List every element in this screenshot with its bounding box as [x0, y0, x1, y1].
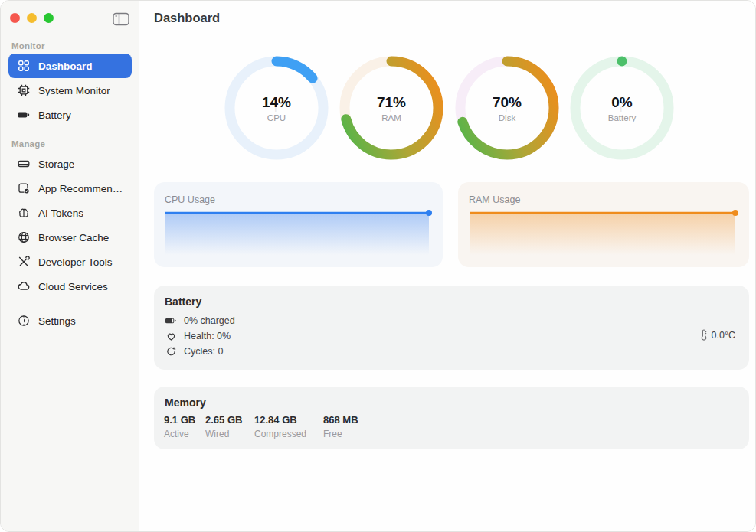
memory-card-title: Memory [165, 397, 206, 409]
traffic-lights [10, 13, 54, 23]
memory-stat-compressed: 12.84 GB Compressed [254, 414, 306, 439]
battery-ring-label: Battery [608, 113, 636, 122]
memory-active-label: Active [164, 429, 195, 439]
battery-temperature-text: 0.0°C [712, 330, 735, 341]
cpu-ring-label: CPU [267, 113, 286, 122]
battery-temperature: 0.0°C [700, 329, 735, 341]
heart-icon [165, 330, 177, 342]
zoom-button[interactable] [44, 13, 54, 23]
disk-percent: 70% [493, 94, 522, 111]
sidebar-toggle-icon[interactable] [112, 11, 132, 28]
ram-usage-sparkline [468, 207, 739, 256]
memory-compressed-value: 12.84 GB [254, 414, 306, 426]
sidebar-item-label: AI Tokens [38, 207, 83, 219]
sidebar-section-manage: Manage [11, 139, 45, 149]
main-content: Dashboard + 14% CPU [139, 1, 755, 531]
minimize-button[interactable] [27, 13, 37, 23]
sidebar-item-label: Battery [38, 109, 71, 121]
memory-active-value: 9.1 GB [164, 414, 195, 426]
sidebar-item-browser-cache[interactable]: Browser Cache [8, 225, 132, 250]
memory-compressed-label: Compressed [254, 429, 306, 439]
battery-cycles-text: Cycles: 0 [184, 346, 223, 357]
memory-free-label: Free [323, 429, 358, 439]
battery-health-text: Health: 0% [184, 331, 231, 341]
sidebar-item-settings[interactable]: Settings [8, 308, 132, 333]
cloud-icon [17, 280, 30, 293]
battery-health-row: Health: 0% [165, 329, 231, 343]
battery-percent: 0% [611, 94, 632, 111]
battery-donut-chart: + 0% Battery [570, 56, 674, 160]
cpu-usage-card: CPU Usage [154, 182, 443, 267]
disk-donut-chart: + 70% Disk [455, 56, 559, 160]
page-title: Dashboard [154, 11, 220, 25]
sidebar-item-dashboard[interactable]: Dashboard [8, 54, 132, 78]
sidebar-item-label: App Recommen… [38, 183, 123, 194]
memory-wired-label: Wired [205, 429, 242, 439]
ram-usage-card: RAM Usage [458, 182, 749, 267]
cycle-arrows-icon [165, 345, 177, 357]
sidebar-item-label: Settings [38, 315, 76, 327]
drive-icon [17, 158, 30, 171]
memory-card: Memory 9.1 GB Active 2.65 GB Wired 12.84… [154, 387, 749, 449]
sidebar-item-app-recommendations[interactable]: App Recommen… [8, 176, 132, 201]
battery-icon [17, 109, 30, 122]
sidebar-item-label: Developer Tools [38, 256, 113, 268]
sidebar-item-cloud-services[interactable]: Cloud Services [8, 274, 132, 299]
memory-stat-active: 9.1 GB Active [164, 414, 195, 439]
cpu-usage-title: CPU Usage [165, 194, 215, 205]
battery-card-title: Battery [165, 295, 201, 308]
battery-cycles-row: Cycles: 0 [165, 344, 223, 358]
battery-charge-icon [165, 315, 177, 327]
sidebar-item-label: Storage [38, 158, 74, 170]
tools-icon [17, 256, 30, 269]
thermometer-icon [700, 329, 708, 341]
sidebar-item-system-monitor[interactable]: System Monitor [8, 78, 132, 103]
sidebar-section-monitor: Monitor [11, 41, 45, 51]
cpu-percent: 14% [262, 94, 291, 111]
cpu-usage-sparkline [164, 207, 433, 256]
memory-stat-wired: 2.65 GB Wired [205, 414, 242, 439]
battery-charge-text: 0% charged [184, 315, 235, 326]
sidebar-item-label: Cloud Services [38, 281, 108, 292]
brain-icon [17, 207, 30, 220]
sidebar-item-label: Browser Cache [38, 232, 109, 243]
close-button[interactable] [10, 13, 20, 23]
sidebar-item-battery[interactable]: Battery [8, 103, 132, 127]
memory-free-value: 868 MB [323, 414, 358, 426]
app-window: Monitor Dashboard System Monit [0, 0, 756, 532]
memory-stat-free: 868 MB Free [323, 414, 358, 439]
sidebar: Monitor Dashboard System Monit [1, 1, 139, 531]
ram-percent: 71% [377, 94, 406, 111]
disk-ring-label: Disk [499, 113, 515, 122]
globe-icon [17, 231, 30, 244]
ram-usage-title: RAM Usage [469, 194, 520, 205]
sidebar-item-storage[interactable]: Storage [8, 152, 132, 176]
gear-icon [17, 315, 30, 328]
memory-wired-value: 2.65 GB [205, 414, 242, 426]
ram-ring-label: RAM [381, 113, 401, 122]
sidebar-item-developer-tools[interactable]: Developer Tools [8, 250, 132, 274]
cpu-donut-chart: + 14% CPU [224, 56, 329, 160]
sidebar-item-label: System Monitor [38, 85, 110, 96]
battery-charge-row: 0% charged [165, 314, 235, 328]
sidebar-item-label: Dashboard [38, 60, 93, 72]
cpu-chip-icon [17, 84, 30, 97]
app-check-icon [17, 182, 30, 195]
battery-card: Battery 0% charged Health: 0% [154, 286, 749, 370]
sidebar-item-ai-tokens[interactable]: AI Tokens [8, 201, 132, 225]
ram-donut-chart: + 71% RAM [339, 56, 443, 160]
grid-icon [17, 60, 30, 73]
